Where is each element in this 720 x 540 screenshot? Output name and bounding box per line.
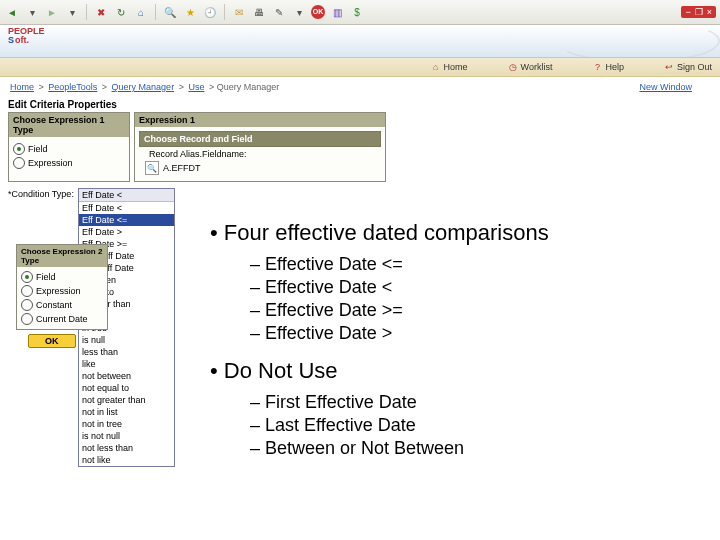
radio-field[interactable]: Field <box>13 143 125 155</box>
slide-sub-2: Effective Date < <box>250 277 710 298</box>
chart-icon[interactable]: ▥ <box>329 4 345 20</box>
forward-icon[interactable]: ► <box>44 4 60 20</box>
slide-sub2-1: First Effective Date <box>250 392 710 413</box>
slide-sub-3: Effective Date >= <box>250 300 710 321</box>
nav-home[interactable]: ⌂Home <box>431 62 468 72</box>
expr1-type-box: Choose Expression 1 Type Field Expressio… <box>8 112 130 182</box>
radio-field-label: Field <box>28 144 48 154</box>
crumb-1[interactable]: PeopleTools <box>48 82 97 92</box>
maximize-button[interactable]: ❐ <box>695 7 703 17</box>
nav-worklist-label: Worklist <box>521 62 553 72</box>
crumb-4: Query Manager <box>217 82 280 92</box>
dropdown-option[interactable]: like <box>79 358 174 370</box>
dropdown-option[interactable]: not in list <box>79 406 174 418</box>
logo-line2b: oft. <box>15 36 29 45</box>
expr2-type-box: Choose Expression 2 Type Field Expressio… <box>16 244 108 330</box>
back-icon[interactable]: ◄ <box>4 4 20 20</box>
expr1-type-header: Choose Expression 1 Type <box>9 113 129 137</box>
dropdown-option[interactable]: not greater than <box>79 394 174 406</box>
okt-icon[interactable]: OK <box>311 5 325 19</box>
nav-signout[interactable]: ↩Sign Out <box>664 62 712 72</box>
radio2-constant-label: Constant <box>36 300 72 310</box>
home-icon[interactable]: ⌂ <box>133 4 149 20</box>
radio2-field-label: Field <box>36 272 56 282</box>
browser-toolbar: ◄ ▾ ► ▾ ✖ ↻ ⌂ 🔍 ★ 🕘 ✉ 🖶 ✎ ▾ OK ▥ $ − ❐ × <box>0 0 720 25</box>
radio-expression[interactable]: Expression <box>13 157 125 169</box>
top-nav: ⌂Home ◷Worklist ?Help ↩Sign Out <box>0 57 720 77</box>
breadcrumb: Home > PeopleTools > Query Manager > Use… <box>8 82 279 92</box>
dropdown-option[interactable]: Eff Date < <box>79 202 174 214</box>
new-window-link[interactable]: New Window <box>639 82 692 92</box>
favorites-icon[interactable]: ★ <box>182 4 198 20</box>
condition-type-label: *Condition Type: <box>8 188 74 199</box>
record-alias-value: A.EFFDT <box>163 163 201 173</box>
dropdown-option[interactable]: is not null <box>79 430 174 442</box>
slide-sub-1: Effective Date <= <box>250 254 710 275</box>
slide-sub-4: Effective Date > <box>250 323 710 344</box>
worklist-icon: ◷ <box>508 62 518 72</box>
print-icon[interactable]: 🖶 <box>251 4 267 20</box>
dropdown-option[interactable]: not less than <box>79 442 174 454</box>
radio2-expression[interactable]: Expression <box>21 285 103 297</box>
help-icon: ? <box>592 62 602 72</box>
logo-line2a: S <box>8 36 14 45</box>
slide-heading-2: Do Not Use <box>210 358 710 384</box>
crumb-3[interactable]: Use <box>188 82 204 92</box>
stop-icon[interactable]: ✖ <box>93 4 109 20</box>
radio2-expression-label: Expression <box>36 286 81 296</box>
nav-help-label: Help <box>605 62 624 72</box>
dropdown-option[interactable]: Eff Date > <box>79 226 174 238</box>
radio-expression-label: Expression <box>28 158 73 168</box>
radio2-currentdate-label: Current Date <box>36 314 88 324</box>
slide-content: Four effective dated comparisons Effecti… <box>210 220 710 461</box>
search-icon[interactable]: 🔍 <box>162 4 178 20</box>
nav-worklist[interactable]: ◷Worklist <box>508 62 553 72</box>
edit-criteria-panel: Edit Criteria Properties Choose Expressi… <box>8 99 388 182</box>
dropdown-option[interactable]: not in tree <box>79 418 174 430</box>
dropdown-option[interactable]: not between <box>79 370 174 382</box>
refresh-icon[interactable]: ↻ <box>113 4 129 20</box>
dropdown-option[interactable]: Eff Date <= <box>79 214 174 226</box>
dropdown-selected[interactable]: Eff Date < <box>79 189 174 202</box>
dropdown-option[interactable]: not equal to <box>79 382 174 394</box>
nav-home-label: Home <box>444 62 468 72</box>
peoplesoft-logo: PEOPLE S oft. <box>8 27 58 55</box>
header-decoration <box>556 25 720 57</box>
nav-signout-label: Sign Out <box>677 62 712 72</box>
crumb-2[interactable]: Query Manager <box>112 82 175 92</box>
expression1-header: Expression 1 <box>135 113 385 127</box>
home-nav-icon: ⌂ <box>431 62 441 72</box>
expression1-box: Expression 1 Choose Record and Field Rec… <box>134 112 386 182</box>
radio2-constant[interactable]: Constant <box>21 299 103 311</box>
tool-dropdown-icon[interactable]: ▾ <box>291 4 307 20</box>
nav-help[interactable]: ?Help <box>592 62 624 72</box>
slide-heading-1: Four effective dated comparisons <box>210 220 710 246</box>
mail-icon[interactable]: ✉ <box>231 4 247 20</box>
panel-title: Edit Criteria Properties <box>8 99 388 110</box>
separator <box>224 4 225 20</box>
record-alias-label: Record Alias.Fieldname: <box>139 149 381 159</box>
money-icon[interactable]: $ <box>349 4 365 20</box>
fwd-dropdown-icon[interactable]: ▾ <box>64 4 80 20</box>
crumb-0[interactable]: Home <box>10 82 34 92</box>
window-controls: − ❐ × <box>681 6 716 18</box>
sub-header: Home > PeopleTools > Query Manager > Use… <box>0 77 720 97</box>
separator <box>86 4 87 20</box>
slide-sub2-2: Last Effective Date <box>250 415 710 436</box>
minimize-button[interactable]: − <box>685 7 690 17</box>
app-header: PEOPLE S oft. <box>0 25 720 57</box>
expr2-type-header: Choose Expression 2 Type <box>17 245 107 267</box>
back-dropdown-icon[interactable]: ▾ <box>24 4 40 20</box>
separator <box>155 4 156 20</box>
slide-sub2-3: Between or Not Between <box>250 438 710 459</box>
edit-icon[interactable]: ✎ <box>271 4 287 20</box>
ok-button[interactable]: OK <box>28 334 76 348</box>
dropdown-option[interactable]: not like <box>79 454 174 466</box>
lookup-icon[interactable]: 🔍 <box>145 161 159 175</box>
history-icon[interactable]: 🕘 <box>202 4 218 20</box>
choose-record-field-header: Choose Record and Field <box>139 131 381 147</box>
signout-icon: ↩ <box>664 62 674 72</box>
close-button[interactable]: × <box>707 7 712 17</box>
radio2-currentdate[interactable]: Current Date <box>21 313 103 325</box>
radio2-field[interactable]: Field <box>21 271 103 283</box>
